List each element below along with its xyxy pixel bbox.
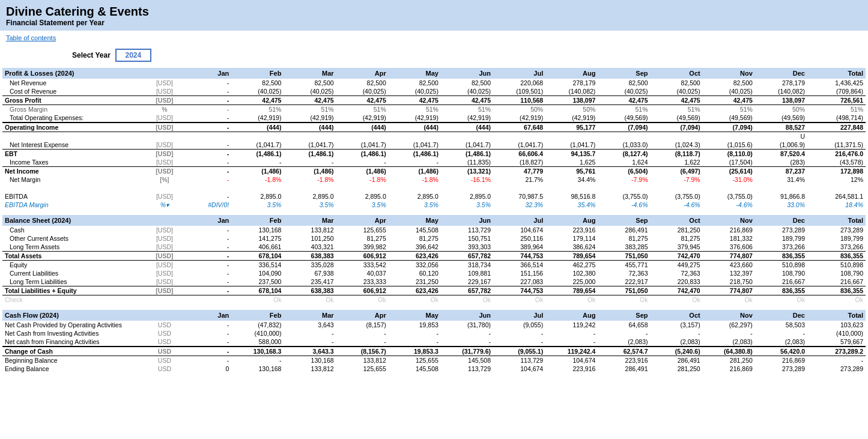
year-input[interactable]: 2024 — [115, 49, 151, 62]
long-term-liabilities-row: Long Term Liabilities [USD] - 237,500 23… — [2, 277, 866, 286]
year-label: Select Year — [72, 51, 111, 59]
company-name: Divine Catering & Events — [6, 5, 862, 19]
cash-row: Cash [USD] - 130,168 133,812 125,655 145… — [2, 226, 866, 234]
spacer-row-1 — [2, 184, 866, 192]
ebitda-margin-row: EBITDA Margin %▾ #DIV/0! 3.5% 3.5% 3.5% … — [2, 201, 866, 209]
total-assets-row: Total Assets [USD] - 678,104 638,383 606… — [2, 252, 866, 261]
ebt-row: EBT [USD] - (1,486.1) (1,486.1) (1,486.1… — [2, 150, 866, 159]
ending-balance-row: Ending Balance USD 0 130,168 133,812 125… — [2, 365, 866, 373]
cost-of-revenue-row: Cost of Revenue [USD] - (40,025) (40,025… — [2, 87, 866, 96]
equity-row: Equity [USD] - 336,514 335,028 333,542 3… — [2, 261, 866, 270]
gross-profit-row: Gross Profit [USD] - 42,475 42,475 42,47… — [2, 96, 866, 105]
col-jan: Jan — [179, 68, 231, 79]
operating-income-row: Operating Income [USD] - (444) (444) (44… — [2, 123, 866, 132]
ebitda-row: EBITDA [USD] - 2,895.0 2,895.0 2,895.0 2… — [2, 192, 866, 201]
income-taxes-row: Income Taxes [USD] - - - - - (11,835) (1… — [2, 158, 866, 167]
header: Divine Catering & Events Financial State… — [0, 0, 868, 31]
toc-link[interactable]: Table of contents — [6, 34, 56, 41]
net-interest-row: Net Interest Expense [USD] - (1,041.7) (… — [2, 141, 866, 150]
balance-header-row: Balance Sheet (2024) Jan Feb Mar Apr May… — [2, 215, 866, 226]
cf-investing-row: Net Cash from Investing Activities USD -… — [2, 329, 866, 338]
long-term-assets-row: Long Term Assets [USD] - 406,661 403,321… — [2, 243, 866, 252]
net-revenue-row: Net Revenue [USD] - 82,500 82,500 82,500… — [2, 79, 866, 87]
change-of-cash-row: Change of Cash USD - 130,168.3 3,643.3 (… — [2, 347, 866, 356]
pnl-section-title: Profit & Losses (2024) — [2, 68, 150, 79]
check-row: Check Ok Ok Ok Ok Ok Ok Ok Ok Ok Ok Ok O… — [2, 295, 866, 304]
total-opex-row: Total Operating Expenses: [USD] - (42,91… — [2, 114, 866, 123]
cf-financing-row: Net cash from Financing Activities USD -… — [2, 338, 866, 347]
current-liabilities-row: Current Liabilities [USD] - 104,090 67,9… — [2, 269, 866, 277]
section-spacer-2 — [2, 304, 866, 310]
net-margin-row: Net Margin [%] - -1.8% -1.8% -1.8% -1.8%… — [2, 175, 866, 184]
cashflow-section-title: Cash Flow (2024) — [2, 310, 150, 321]
gross-margin-row: Gross Margin % - 51% 51% 51% 51% 51% 50%… — [2, 105, 866, 114]
spacer-u-row: U — [2, 132, 866, 141]
section-spacer-1 — [2, 209, 866, 215]
year-selector: Select Year 2024 — [0, 45, 868, 68]
net-income-row: Net Income [USD] - (1,486) (1,486) (1,48… — [2, 167, 866, 176]
beginning-balance-row: Beginning Balance USD - - 130,168 133,81… — [2, 356, 866, 365]
cashflow-header-row: Cash Flow (2024) Jan Feb Mar Apr May Jun… — [2, 310, 866, 321]
total-liabilities-equity-row: Total Liabilities + Equity [USD] - 678,1… — [2, 286, 866, 295]
other-current-assets-row: Other Current Assets [USD] - 141,275 101… — [2, 234, 866, 243]
main-content: Profit & Losses (2024) Jan Feb Mar Apr M… — [0, 68, 868, 373]
pnl-header-row: Profit & Losses (2024) Jan Feb Mar Apr M… — [2, 68, 866, 79]
financial-table: Profit & Losses (2024) Jan Feb Mar Apr M… — [2, 68, 866, 373]
balance-section-title: Balance Sheet (2024) — [2, 215, 150, 226]
report-subtitle: Financial Statement per Year — [6, 19, 862, 27]
toc-section: Table of contents — [0, 31, 868, 45]
cf-operating-row: Net Cash Provided by Operating Activitie… — [2, 321, 866, 329]
